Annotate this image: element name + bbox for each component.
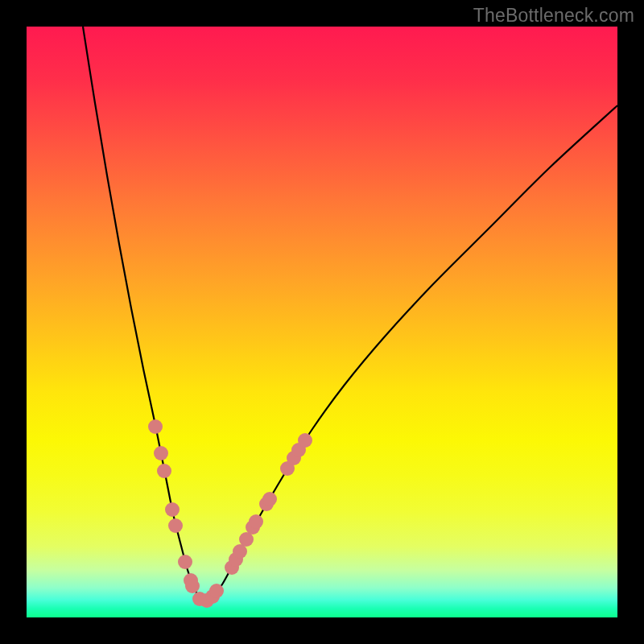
bottleneck-curve bbox=[83, 27, 617, 601]
chart-frame: TheBottleneck.com bbox=[0, 0, 644, 644]
data-dot bbox=[165, 502, 180, 517]
plot-area bbox=[27, 27, 617, 617]
data-dot bbox=[298, 433, 312, 448]
watermark-text: TheBottleneck.com bbox=[473, 5, 634, 27]
curve-svg bbox=[27, 27, 617, 617]
data-dot bbox=[154, 446, 168, 460]
data-dot bbox=[185, 579, 200, 593]
data-dot bbox=[209, 584, 224, 598]
data-dot bbox=[168, 518, 183, 533]
data-dot bbox=[249, 514, 263, 529]
data-dot bbox=[148, 419, 163, 434]
data-dot bbox=[178, 555, 192, 569]
data-dot bbox=[157, 464, 171, 478]
data-dot bbox=[262, 492, 277, 506]
